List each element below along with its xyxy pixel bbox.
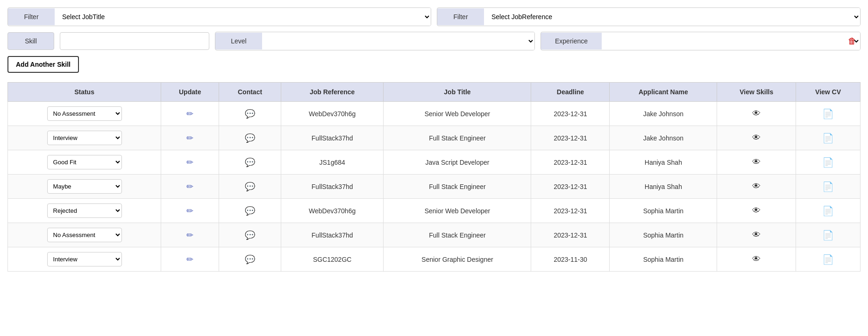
applicant-name-cell: Jake Johnson xyxy=(610,102,717,126)
pdf-icon[interactable]: 📄 xyxy=(822,182,834,192)
update-cell: ✏ xyxy=(161,223,219,247)
eye-icon[interactable]: 👁 xyxy=(752,157,761,167)
status-select[interactable]: No AssessmentInterviewGood FitMaybeRejec… xyxy=(47,106,122,121)
view-skills-cell: 👁 xyxy=(717,175,796,199)
status-cell: No AssessmentInterviewGood FitMaybeRejec… xyxy=(8,199,161,223)
contact-cell: 💬 xyxy=(219,199,281,223)
job-reference-cell: SGC1202GC xyxy=(281,247,384,272)
level-select[interactable] xyxy=(262,32,534,50)
deadline-cell: 2023-12-31 xyxy=(531,199,610,223)
view-skills-cell: 👁 xyxy=(717,150,796,175)
deadline-cell: 2023-12-31 xyxy=(531,223,610,247)
filter-label-jobreference: Filter xyxy=(437,8,484,25)
eye-icon[interactable]: 👁 xyxy=(752,230,761,239)
edit-icon[interactable]: ✏ xyxy=(186,133,193,143)
status-select[interactable]: No AssessmentInterviewGood FitMaybeRejec… xyxy=(47,131,122,145)
filter-select-jobreference[interactable]: Select JobReference xyxy=(484,8,860,26)
table-row: No AssessmentInterviewGood FitMaybeRejec… xyxy=(8,102,861,126)
col-job-title: Job Title xyxy=(384,83,531,102)
view-cv-cell: 📄 xyxy=(796,199,861,223)
filter-group-jobreference: Filter Select JobReference xyxy=(437,7,861,26)
table-header-row: Status Update Contact Job Reference Job … xyxy=(8,83,861,102)
update-cell: ✏ xyxy=(161,126,219,150)
level-group: Level xyxy=(215,32,535,50)
status-select[interactable]: No AssessmentInterviewGood FitMaybeRejec… xyxy=(47,203,122,218)
table-row: No AssessmentInterviewGood FitMaybeRejec… xyxy=(8,247,861,272)
view-cv-cell: 📄 xyxy=(796,150,861,175)
update-cell: ✏ xyxy=(161,150,219,175)
pdf-icon[interactable]: 📄 xyxy=(822,254,834,265)
chat-icon[interactable]: 💬 xyxy=(245,133,255,143)
applicant-name-cell: Sophia Martin xyxy=(610,223,717,247)
pdf-icon[interactable]: 📄 xyxy=(822,157,834,168)
eye-icon[interactable]: 👁 xyxy=(752,109,761,118)
skill-label: Skill xyxy=(7,32,54,50)
edit-icon[interactable]: ✏ xyxy=(186,231,193,240)
pdf-icon[interactable]: 📄 xyxy=(822,206,834,216)
status-select[interactable]: No AssessmentInterviewGood FitMaybeRejec… xyxy=(47,155,122,169)
status-select[interactable]: No AssessmentInterviewGood FitMaybeRejec… xyxy=(47,252,122,266)
pdf-icon[interactable]: 📄 xyxy=(822,133,834,143)
applicant-name-cell: Sophia Martin xyxy=(610,247,717,272)
eye-icon[interactable]: 👁 xyxy=(752,206,761,215)
job-reference-cell: FullStack37hd xyxy=(281,223,384,247)
table-row: No AssessmentInterviewGood FitMaybeRejec… xyxy=(8,223,861,247)
status-select[interactable]: No AssessmentInterviewGood FitMaybeRejec… xyxy=(47,228,122,242)
eye-icon[interactable]: 👁 xyxy=(752,254,761,264)
applicant-name-cell: Haniya Shah xyxy=(610,175,717,199)
skill-row: Skill Level Experience 🗑 xyxy=(7,32,861,50)
view-cv-cell: 📄 xyxy=(796,247,861,272)
table-row: No AssessmentInterviewGood FitMaybeRejec… xyxy=(8,150,861,175)
status-cell: No AssessmentInterviewGood FitMaybeRejec… xyxy=(8,150,161,175)
edit-icon[interactable]: ✏ xyxy=(186,109,193,119)
view-skills-cell: 👁 xyxy=(717,102,796,126)
skill-input[interactable] xyxy=(60,32,209,50)
job-reference-cell: JS1g684 xyxy=(281,150,384,175)
add-skill-button[interactable]: Add Another Skill xyxy=(7,56,79,73)
status-cell: No AssessmentInterviewGood FitMaybeRejec… xyxy=(8,102,161,126)
eye-icon[interactable]: 👁 xyxy=(752,133,761,142)
col-applicant-name: Applicant Name xyxy=(610,83,717,102)
deadline-cell: 2023-11-30 xyxy=(531,247,610,272)
status-select[interactable]: No AssessmentInterviewGood FitMaybeRejec… xyxy=(47,179,122,194)
job-title-cell: Senior Graphic Designer xyxy=(384,247,531,272)
applicant-name-cell: Sophia Martin xyxy=(610,199,717,223)
update-cell: ✏ xyxy=(161,175,219,199)
job-title-cell: Full Stack Engineer xyxy=(384,175,531,199)
experience-label: Experience xyxy=(541,33,602,49)
contact-cell: 💬 xyxy=(219,150,281,175)
edit-icon[interactable]: ✏ xyxy=(186,255,193,264)
job-title-cell: Full Stack Engineer xyxy=(384,223,531,247)
chat-icon[interactable]: 💬 xyxy=(245,255,255,264)
col-view-skills: View Skills xyxy=(717,83,796,102)
chat-icon[interactable]: 💬 xyxy=(245,182,255,191)
contact-cell: 💬 xyxy=(219,175,281,199)
edit-icon[interactable]: ✏ xyxy=(186,182,193,191)
update-cell: ✏ xyxy=(161,247,219,272)
job-title-cell: Senior Web Developer xyxy=(384,199,531,223)
pdf-icon[interactable]: 📄 xyxy=(822,109,834,119)
edit-icon[interactable]: ✏ xyxy=(186,158,193,167)
chat-icon[interactable]: 💬 xyxy=(245,109,255,119)
filter-select-jobtitle[interactable]: Select JobTitle xyxy=(55,8,431,26)
job-reference-cell: WebDev370h6g xyxy=(281,199,384,223)
view-skills-cell: 👁 xyxy=(717,223,796,247)
job-reference-cell: WebDev370h6g xyxy=(281,102,384,126)
status-cell: No AssessmentInterviewGood FitMaybeRejec… xyxy=(8,126,161,150)
filter-group-jobtitle: Filter Select JobTitle xyxy=(7,7,431,26)
chat-icon[interactable]: 💬 xyxy=(245,206,255,216)
status-cell: No AssessmentInterviewGood FitMaybeRejec… xyxy=(8,175,161,199)
chat-icon[interactable]: 💬 xyxy=(245,231,255,240)
chat-icon[interactable]: 💬 xyxy=(245,158,255,167)
deadline-cell: 2023-12-31 xyxy=(531,175,610,199)
experience-select[interactable] xyxy=(602,32,860,50)
edit-icon[interactable]: ✏ xyxy=(186,206,193,216)
update-cell: ✏ xyxy=(161,102,219,126)
table-row: No AssessmentInterviewGood FitMaybeRejec… xyxy=(8,126,861,150)
job-reference-cell: FullStack37hd xyxy=(281,126,384,150)
status-cell: No AssessmentInterviewGood FitMaybeRejec… xyxy=(8,247,161,272)
pdf-icon[interactable]: 📄 xyxy=(822,230,834,240)
eye-icon[interactable]: 👁 xyxy=(752,182,761,191)
level-label: Level xyxy=(215,33,262,49)
delete-skill-icon[interactable]: 🗑 xyxy=(844,36,860,46)
